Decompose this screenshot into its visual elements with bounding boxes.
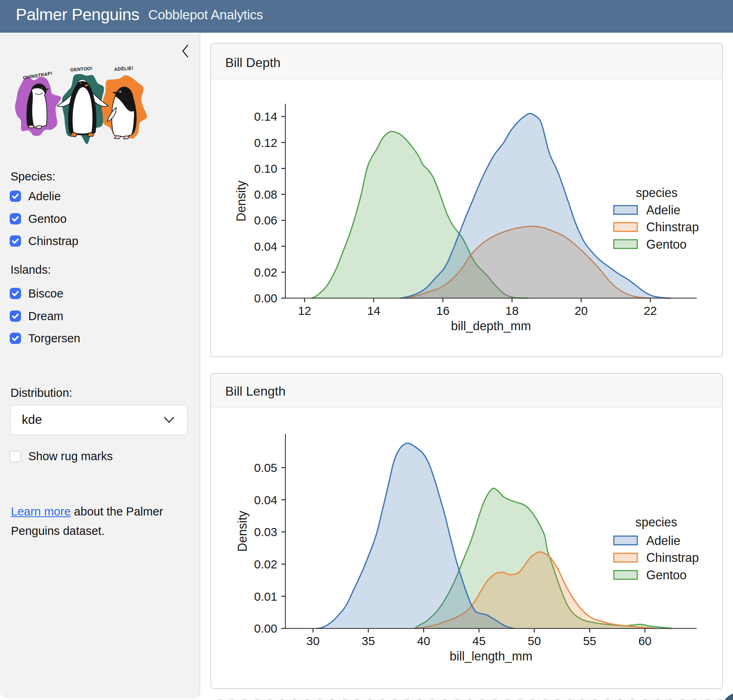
svg-text:55: 55	[583, 634, 596, 648]
svg-text:ADÉLIE!: ADÉLIE!	[114, 65, 134, 71]
svg-text:Adelie: Adelie	[646, 203, 681, 217]
svg-text:0.00: 0.00	[254, 291, 277, 305]
svg-text:GENTOO!: GENTOO!	[70, 66, 93, 72]
svg-text:species: species	[636, 186, 677, 200]
svg-text:0.02: 0.02	[254, 557, 277, 571]
svg-text:0.03: 0.03	[254, 525, 277, 539]
svg-text:species: species	[635, 515, 677, 529]
svg-text:22: 22	[644, 304, 657, 317]
svg-text:0.04: 0.04	[254, 493, 277, 507]
svg-text:35: 35	[362, 634, 375, 648]
svg-text:0.05: 0.05	[254, 461, 277, 474]
svg-text:Chinstrap: Chinstrap	[646, 551, 699, 565]
svg-text:Adelie: Adelie	[646, 534, 681, 547]
svg-text:50: 50	[528, 634, 541, 648]
svg-text:0.01: 0.01	[254, 590, 277, 603]
svg-text:Density: Density	[234, 180, 248, 221]
svg-text:0.14: 0.14	[254, 110, 277, 123]
svg-text:0.02: 0.02	[254, 266, 277, 279]
svg-text:0.04: 0.04	[254, 240, 277, 253]
svg-text:18: 18	[505, 304, 519, 317]
svg-text:Gentoo: Gentoo	[646, 237, 687, 251]
svg-text:16: 16	[436, 304, 450, 317]
svg-text:45: 45	[472, 634, 486, 648]
svg-text:60: 60	[638, 634, 651, 648]
svg-text:30: 30	[306, 634, 320, 648]
svg-text:40: 40	[417, 634, 430, 648]
svg-text:12: 12	[298, 304, 311, 317]
svg-text:0.00: 0.00	[254, 622, 277, 635]
svg-text:Density: Density	[235, 510, 249, 551]
svg-text:14: 14	[367, 304, 380, 317]
svg-text:bill_depth_mm: bill_depth_mm	[451, 319, 531, 333]
svg-text:20: 20	[574, 304, 588, 317]
svg-text:0.10: 0.10	[254, 162, 277, 175]
svg-text:0.12: 0.12	[254, 136, 277, 149]
svg-text:0.06: 0.06	[254, 214, 277, 227]
svg-text:Chinstrap: Chinstrap	[646, 220, 699, 234]
svg-text:bill_length_mm: bill_length_mm	[450, 649, 532, 663]
svg-text:Gentoo: Gentoo	[646, 568, 687, 582]
svg-text:0.08: 0.08	[254, 188, 277, 201]
